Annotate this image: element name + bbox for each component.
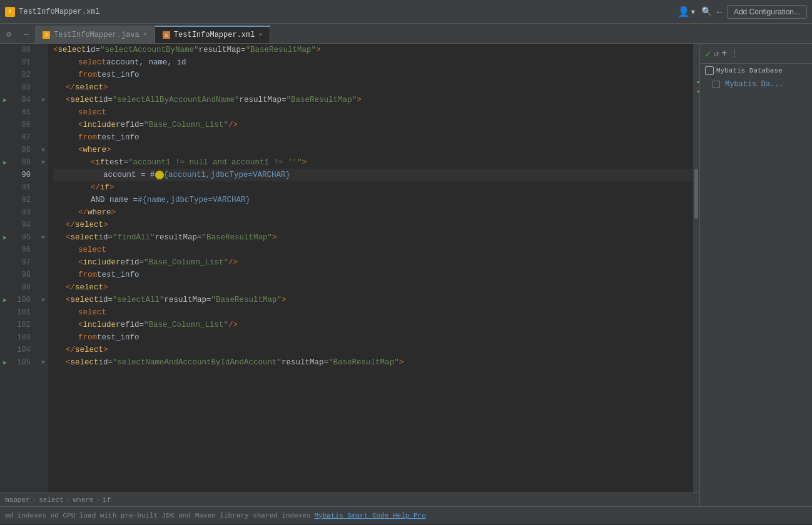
close-xml-tab[interactable]: × <box>258 32 262 39</box>
code-line-90: account = #{account1,jdbcType=VARCHAR} <box>53 169 693 181</box>
code-line-103: from test_info <box>53 331 693 344</box>
add-datasource-icon[interactable]: + <box>721 48 728 59</box>
code-line-99: </select> <box>53 281 693 294</box>
mybatis-database-label: Mybatis Database <box>716 67 783 74</box>
bookmark-arrow-105: ▶ <box>3 359 7 366</box>
xml-file-icon: X <box>163 31 170 39</box>
vertical-scrollbar[interactable] <box>693 44 699 492</box>
linenum-99: 99 <box>10 281 34 294</box>
code-line-101: select <box>53 306 693 319</box>
scroll-thumb[interactable] <box>694 169 698 219</box>
notification-prefix: ed indexes <box>5 512 46 519</box>
check-status-icon: ✓ <box>705 48 711 60</box>
tab-java[interactable]: J TestInfoMapper.java × <box>35 26 155 43</box>
fold-94 <box>38 219 48 231</box>
code-line-95: <select id="findAll" resultMap="BaseResu… <box>53 231 693 244</box>
gutter-105: ▶ <box>0 356 10 369</box>
gutter-84: ▶ <box>0 94 10 106</box>
notification-bar: ed indexes nd CPU load with pre-built JD… <box>0 506 812 524</box>
gutter-88 <box>0 144 10 156</box>
add-configuration-button[interactable]: Add Configuration... <box>727 5 807 19</box>
code-line-80: <select id="selectAccountByName" resultM… <box>53 44 693 56</box>
java-file-icon: J <box>43 31 50 39</box>
fold-88[interactable]: ▼ <box>38 144 48 156</box>
fold-95[interactable]: ▼ <box>38 231 48 244</box>
gutter-100: ▶ <box>0 294 10 306</box>
mybatis-item-1[interactable]: Mybatis Da... <box>700 78 812 91</box>
right-panel-header: ✓ ↺ + ⋮ <box>700 44 812 64</box>
refresh-icon[interactable]: ↺ <box>714 48 719 59</box>
window-title: TestInfoMapper.xml <box>19 8 100 16</box>
fold-97 <box>38 256 48 269</box>
bookmark-arrow-95: ▶ <box>3 234 7 241</box>
code-line-93: </where> <box>53 206 693 219</box>
fold-83 <box>38 81 48 94</box>
linenum-104: 104 <box>10 344 34 356</box>
bookmark-arrow-84: ▶ <box>3 96 7 104</box>
code-editor[interactable]: <select id="selectAccountByName" resultM… <box>48 44 693 492</box>
fold-104 <box>38 344 48 356</box>
close-java-tab[interactable]: × <box>143 31 147 38</box>
code-line-102: <include refid="Base_Column_List"/> <box>53 319 693 331</box>
gutter-90 <box>0 169 10 181</box>
notification-detail: nd CPU load with pre-built JDK and Maven… <box>51 512 311 519</box>
code-line-92: AND name = #{name,jdbcType=VARCHAR} <box>53 194 693 206</box>
breadcrumb-where[interactable]: where <box>73 496 93 504</box>
gutter-92 <box>0 194 10 206</box>
bookmark-arrow-100: ▶ <box>3 296 7 304</box>
gutter-83 <box>0 81 10 94</box>
fold-80 <box>38 44 48 56</box>
code-container[interactable]: ▶ ▶ ▶ ▶ ▶ <box>0 44 699 492</box>
linenum-91: 91 <box>10 181 34 194</box>
breadcrumb-sep-2: › <box>66 496 71 504</box>
linenum-103: 103 <box>10 331 34 344</box>
fold-89[interactable]: ▼ <box>38 156 48 169</box>
mybatis-item-label-1: Mybatis Da... <box>725 80 784 89</box>
linenum-95: 95 <box>10 231 34 244</box>
panel-more-icon[interactable]: ⋮ <box>730 48 739 59</box>
linenum-84: 84 <box>10 94 34 106</box>
code-line-98: from test_info <box>53 269 693 281</box>
mybatis-database-item[interactable]: Mybatis Database <box>700 64 812 78</box>
linenum-93: 93 <box>10 206 34 219</box>
gutter-96 <box>0 244 10 256</box>
fold-105[interactable]: ▼ <box>38 356 48 369</box>
code-line-87: from test_info <box>53 131 693 144</box>
gutter-89: ▶ <box>0 156 10 169</box>
gutter-87 <box>0 131 10 144</box>
search-toolbar-icon[interactable]: 🔍 <box>701 6 712 17</box>
tab-xml[interactable]: X TestInfoMapper.xml × <box>155 26 271 43</box>
gutter-86 <box>0 119 10 131</box>
mybatis-smart-code-link[interactable]: Mybatis Smart Code Help Pro <box>315 512 426 519</box>
linenum-85: 85 <box>10 106 34 119</box>
gutter-104 <box>0 344 10 356</box>
navigate-back-icon[interactable]: ← <box>717 7 722 17</box>
gutter-85 <box>0 106 10 119</box>
fold-82 <box>38 69 48 81</box>
fold-100[interactable]: ▼ <box>38 294 48 306</box>
gutter-97 <box>0 256 10 269</box>
linenum-86: 86 <box>10 119 34 131</box>
gutter-98 <box>0 269 10 281</box>
fold-81 <box>38 56 48 69</box>
mybatis-sub-icon <box>713 81 720 88</box>
linenum-101: 101 <box>10 306 34 319</box>
gutter-102 <box>0 319 10 331</box>
linenum-83: 83 <box>10 81 34 94</box>
fold-91 <box>38 181 48 194</box>
fold-84[interactable]: ▼ <box>38 94 48 106</box>
breadcrumb-mapper[interactable]: mapper <box>5 496 30 504</box>
settings-tab-icon[interactable]: ⚙ <box>0 26 18 43</box>
fold-column: ▼ ▼ ▼ ▼ ▼ ▼ <box>38 44 48 492</box>
main-area: ▶ ▶ ▶ ▶ ▶ <box>0 44 812 506</box>
breadcrumb-if[interactable]: if <box>103 496 111 504</box>
bookmark-arrow-89: ▶ <box>3 159 7 166</box>
linenum-105: 105 <box>10 356 34 369</box>
fold-86 <box>38 119 48 131</box>
code-line-84: <select id="selectAllByAccountAndName" r… <box>53 94 693 106</box>
minimize-tab-icon[interactable]: — <box>18 26 35 43</box>
scroll-mark-1 <box>697 81 699 83</box>
linenum-81: 81 <box>10 56 34 69</box>
user-icon[interactable]: 👤▾ <box>678 6 696 18</box>
breadcrumb-select[interactable]: select <box>39 496 64 504</box>
